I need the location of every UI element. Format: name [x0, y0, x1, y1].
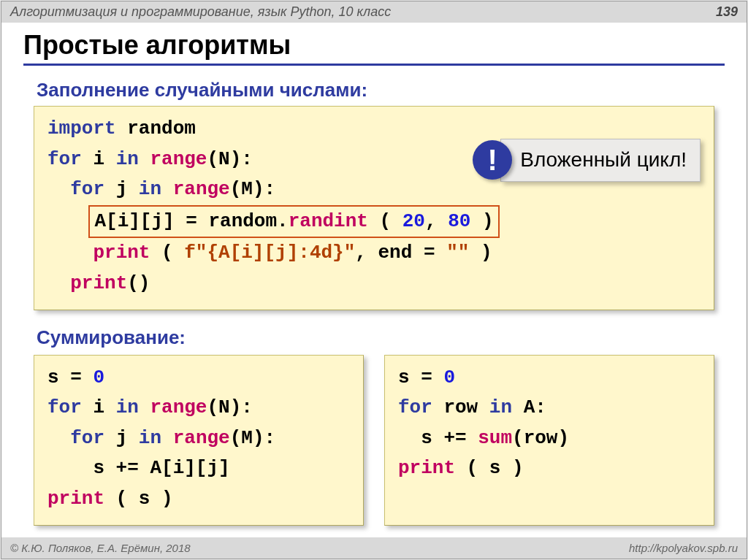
sum-columns: s = 0 for i in range(N): for j in range(…: [34, 355, 714, 526]
slide-footer: © К.Ю. Поляков, Е.А. Ерёмин, 2018 http:/…: [1, 537, 747, 559]
code-sum-indices: s = 0 for i in range(N): for j in range(…: [34, 355, 364, 526]
title-underline: [23, 64, 725, 66]
highlight-frame: A[i][j] = random.randint ( 20, 80 ): [88, 205, 499, 239]
slide-content: Заполнение случайными числами: import ra…: [1, 74, 747, 537]
code-random-fill: import random for i in range(N): for j i…: [34, 106, 714, 310]
section-sum-label: Суммирование:: [37, 326, 714, 349]
callout-text: Вложенный цикл!: [500, 139, 701, 182]
slide-title: Простые алгоритмы: [1, 23, 747, 64]
code-sum-rows: s = 0 for row in A: s += sum(row) print …: [384, 355, 714, 526]
slide-header: Алгоритмизация и программирование, язык …: [1, 1, 747, 23]
slide: Алгоритмизация и программирование, язык …: [1, 1, 747, 559]
footer-url: http://kpolyakov.spb.ru: [629, 542, 738, 554]
section-random-label: Заполнение случайными числами:: [37, 79, 714, 101]
page-number: 139: [716, 4, 738, 20]
subject-text: Алгоритмизация и программирование, язык …: [10, 4, 391, 20]
copyright-text: © К.Ю. Поляков, Е.А. Ерёмин, 2018: [10, 542, 191, 554]
callout-nested-loop: ! Вложенный цикл!: [473, 139, 701, 182]
